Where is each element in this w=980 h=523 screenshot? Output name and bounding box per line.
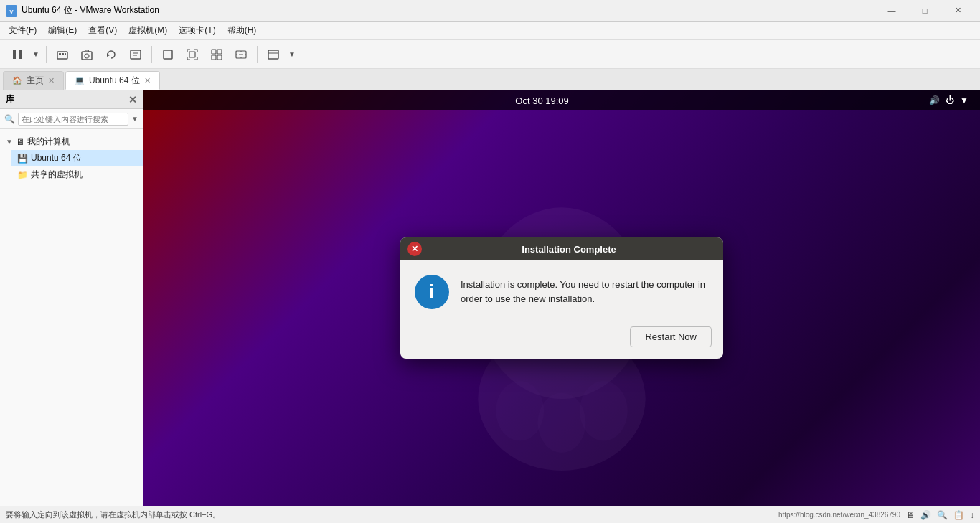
svg-rect-11: [131, 50, 141, 59]
windowed-button[interactable]: [156, 43, 179, 66]
dialog-close-button[interactable]: ✕: [407, 242, 422, 256]
menubar: 文件(F) 编辑(E) 查看(V) 虚拟机(M) 选项卡(T) 帮助(H): [0, 22, 980, 40]
sidebar-search-input[interactable]: [18, 113, 128, 126]
menu-help[interactable]: 帮助(H): [222, 22, 263, 39]
stretch-button[interactable]: [230, 43, 253, 66]
toolbar-sep-2: [151, 46, 152, 63]
svg-rect-6: [62, 53, 64, 55]
send-key-button[interactable]: [51, 43, 74, 66]
svg-rect-3: [19, 50, 22, 59]
minimize-button[interactable]: —: [875, 0, 908, 22]
revert-snapshot-button[interactable]: [100, 43, 123, 66]
tab-ubuntu[interactable]: 💻 Ubuntu 64 位 ✕: [65, 71, 160, 90]
sidebar-search-bar: 🔍 ▼: [0, 109, 143, 129]
toolbar-sep-1: [46, 46, 47, 63]
vm-icon: 💾: [17, 154, 28, 164]
sidebar-title: 库: [6, 93, 14, 105]
pause-dropdown-button[interactable]: ▼: [30, 43, 42, 66]
svg-text:V: V: [9, 9, 14, 15]
statusbar-url: https://blog.csdn.net/weixin_43826790: [778, 511, 900, 519]
status-icon-download[interactable]: ↓: [970, 510, 974, 520]
titlebar: V Ubuntu 64 位 - VMware Workstation — □ ✕: [0, 0, 980, 22]
svg-rect-19: [217, 55, 222, 60]
tab-home[interactable]: 🏠 主页 ✕: [3, 71, 64, 90]
menu-tab[interactable]: 选项卡(T): [173, 22, 221, 39]
tree-label-ubuntu: Ubuntu 64 位: [31, 152, 82, 164]
status-icon-monitor[interactable]: 🖥: [906, 510, 915, 520]
maximize-button[interactable]: □: [908, 0, 941, 22]
tree-item-shared-vm[interactable]: 📁 共享的虚拟机: [11, 166, 143, 183]
ubuntu-desktop[interactable]: Oct 30 19:09 🔊 ⏻ ▼ ✕ Installation Comple…: [143, 90, 980, 506]
statusbar: 要将输入定向到该虚拟机，请在虚拟机内部单击或按 Ctrl+G。 https://…: [0, 506, 980, 523]
toolbar-sep-3: [257, 46, 258, 63]
svg-rect-2: [13, 50, 16, 59]
window-controls: — □ ✕: [875, 0, 974, 22]
svg-rect-5: [59, 53, 61, 55]
svg-rect-15: [189, 52, 195, 57]
snapshot-button[interactable]: [75, 43, 98, 66]
svg-rect-7: [65, 53, 66, 55]
dialog-footer: Restart Now: [400, 321, 723, 359]
main-layout: 库 ✕ 🔍 ▼ ▼ 🖥 我的计算机 💾 Ubuntu 64 位 📁: [0, 90, 980, 506]
svg-rect-14: [164, 50, 172, 59]
sidebar-close-button[interactable]: ✕: [128, 94, 137, 105]
installation-complete-dialog: ✕ Installation Complete i Installation i…: [400, 237, 723, 359]
svg-rect-16: [212, 50, 216, 54]
dialog-body: i Installation is complete. You need to …: [400, 260, 723, 321]
restart-now-button[interactable]: Restart Now: [630, 326, 712, 347]
computer-icon: 🖥: [16, 137, 24, 147]
menu-vm[interactable]: 虚拟机(M): [123, 22, 173, 39]
view-dropdown-button[interactable]: ▼: [286, 43, 298, 66]
tab-bar: 🏠 主页 ✕ 💻 Ubuntu 64 位 ✕: [0, 69, 980, 90]
sidebar-header: 库 ✕: [0, 90, 143, 109]
status-icon-volume[interactable]: 🔊: [920, 510, 931, 520]
dialog-message: Installation is complete. You need to re…: [461, 275, 709, 306]
menu-edit[interactable]: 编辑(E): [42, 22, 83, 39]
ubuntu-tab-label: Ubuntu 64 位: [89, 75, 140, 87]
statusbar-message: 要将输入定向到该虚拟机，请在虚拟机内部单击或按 Ctrl+G。: [6, 509, 220, 520]
shared-vm-icon: 📁: [17, 170, 28, 180]
ubuntu-tab-icon: 💻: [75, 76, 85, 85]
ubuntu-tab-close[interactable]: ✕: [144, 76, 151, 85]
window-title: Ubuntu 64 位 - VMware Workstation: [22, 4, 875, 17]
tree-item-ubuntu[interactable]: 💾 Ubuntu 64 位: [11, 150, 143, 166]
dialog-title: Installation Complete: [422, 244, 716, 255]
dialog-info-icon: i: [415, 275, 449, 309]
status-icon-zoom[interactable]: 🔍: [937, 510, 948, 520]
pause-button[interactable]: [6, 43, 29, 66]
close-button[interactable]: ✕: [941, 0, 974, 22]
manage-snapshot-button[interactable]: [124, 43, 147, 66]
unity-button[interactable]: [205, 43, 228, 66]
dialog-overlay: ✕ Installation Complete i Installation i…: [143, 90, 980, 506]
menu-file[interactable]: 文件(F): [3, 22, 42, 39]
svg-point-9: [85, 54, 89, 58]
tree-label-my-computer: 我的计算机: [27, 136, 70, 148]
home-tab-close[interactable]: ✕: [48, 76, 55, 85]
tree-label-shared-vm: 共享的虚拟机: [31, 169, 83, 181]
search-dropdown-icon[interactable]: ▼: [131, 115, 138, 123]
home-tab-icon: 🏠: [12, 76, 22, 85]
svg-rect-18: [212, 55, 216, 60]
tree-group-my-computer: ▼ 🖥 我的计算机 💾 Ubuntu 64 位 📁 共享的虚拟机: [0, 132, 143, 184]
dialog-titlebar: ✕ Installation Complete: [400, 237, 723, 260]
svg-rect-17: [217, 50, 222, 54]
search-icon: 🔍: [4, 114, 15, 124]
sidebar: 库 ✕ 🔍 ▼ ▼ 🖥 我的计算机 💾 Ubuntu 64 位 📁: [0, 90, 143, 506]
tree-expand-icon: ▼: [6, 138, 13, 146]
app-icon: V: [6, 5, 17, 17]
svg-marker-10: [107, 53, 110, 57]
vm-viewport[interactable]: Oct 30 19:09 🔊 ⏻ ▼ ✕ Installation Comple…: [143, 90, 980, 506]
menu-view[interactable]: 查看(V): [83, 22, 123, 39]
fullscreen-button[interactable]: [181, 43, 204, 66]
view-menu-button[interactable]: [262, 43, 285, 66]
home-tab-label: 主页: [27, 75, 44, 87]
tree-item-my-computer[interactable]: ▼ 🖥 我的计算机: [0, 133, 143, 150]
statusbar-right: https://blog.csdn.net/weixin_43826790 🖥 …: [778, 510, 974, 520]
sidebar-tree: ▼ 🖥 我的计算机 💾 Ubuntu 64 位 📁 共享的虚拟机: [0, 129, 143, 506]
status-icon-clipboard[interactable]: 📋: [953, 510, 964, 520]
svg-rect-4: [57, 52, 67, 59]
svg-rect-23: [268, 50, 278, 59]
toolbar: ▼: [0, 40, 980, 69]
